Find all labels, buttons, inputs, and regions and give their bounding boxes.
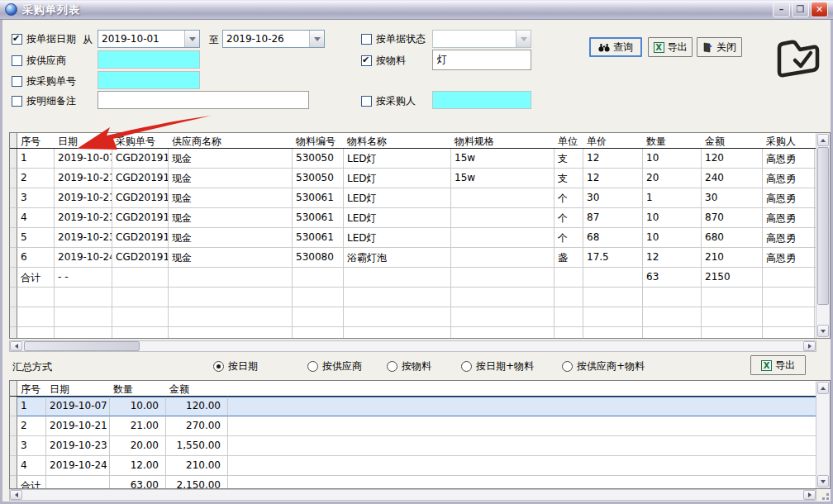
table-row[interactable]: 22019-10-21CGD201910现金530050LED灯15w支1220… bbox=[10, 169, 816, 188]
table-row[interactable]: 合计- -632150 bbox=[10, 268, 816, 288]
material-checkbox[interactable] bbox=[361, 55, 372, 66]
main-vertical-scrollbar[interactable] bbox=[816, 133, 830, 338]
purchaser-input[interactable] bbox=[432, 91, 531, 109]
column-header[interactable]: 金额 bbox=[702, 133, 763, 148]
export-button-bottom[interactable]: X 导出 bbox=[750, 355, 806, 375]
row-header[interactable] bbox=[10, 476, 17, 488]
column-header[interactable]: 单价 bbox=[583, 133, 643, 148]
scroll-left-button[interactable] bbox=[10, 490, 22, 500]
radio-button[interactable] bbox=[307, 361, 318, 372]
filter-by-purchaser[interactable]: 按采购人 bbox=[361, 94, 416, 107]
row-header[interactable] bbox=[10, 208, 17, 228]
column-header[interactable]: 单位 bbox=[555, 133, 583, 148]
column-header[interactable]: 采购人 bbox=[763, 133, 815, 148]
po-number-input[interactable] bbox=[98, 71, 200, 89]
detail-note-input[interactable] bbox=[98, 91, 309, 109]
status-checkbox[interactable] bbox=[361, 34, 372, 45]
filter-by-status[interactable]: 按单据状态 bbox=[361, 32, 426, 45]
scroll-left-button[interactable] bbox=[10, 341, 22, 351]
summary-mode-option[interactable]: 按供应商 bbox=[307, 359, 362, 373]
column-header[interactable]: 数量 bbox=[643, 133, 702, 148]
row-header[interactable] bbox=[10, 436, 17, 456]
dropdown-button[interactable] bbox=[309, 31, 324, 47]
table-row[interactable]: 52019-10-23CGD201910现金530061LED灯个6810680… bbox=[10, 228, 816, 248]
row-header[interactable] bbox=[10, 169, 17, 188]
row-header[interactable] bbox=[10, 133, 17, 148]
dropdown-button[interactable] bbox=[184, 31, 199, 47]
scroll-up-button[interactable] bbox=[817, 382, 829, 394]
close-button[interactable]: ✕ bbox=[811, 2, 828, 17]
scrollbar-thumb[interactable] bbox=[24, 341, 140, 351]
summary-mode-option[interactable]: 按供应商+物料 bbox=[562, 359, 645, 373]
close-form-button[interactable]: 关闭 bbox=[697, 37, 742, 57]
purchaser-checkbox[interactable] bbox=[361, 96, 372, 107]
filter-by-supplier[interactable]: 按供应商 bbox=[12, 54, 66, 67]
table-row[interactable]: 62019-10-24CGD201910现金530080浴霸灯泡盏17.5122… bbox=[10, 248, 816, 268]
main-horizontal-scrollbar[interactable] bbox=[9, 340, 816, 352]
table-row[interactable]: 合计63.002,150.00 bbox=[10, 476, 816, 488]
date-checkbox[interactable] bbox=[12, 34, 22, 45]
row-header[interactable] bbox=[10, 188, 17, 208]
radio-button[interactable] bbox=[562, 361, 573, 372]
row-header[interactable] bbox=[10, 327, 17, 338]
po-checkbox[interactable] bbox=[12, 76, 22, 87]
scroll-right-button[interactable] bbox=[803, 341, 816, 351]
table-row[interactable]: 32019-10-2320.001,550.00 bbox=[10, 436, 816, 456]
filter-by-note[interactable]: 按明细备注 bbox=[12, 94, 76, 107]
note-checkbox[interactable] bbox=[12, 96, 22, 107]
column-header[interactable]: 金额 bbox=[166, 381, 228, 396]
scrollbar-thumb[interactable] bbox=[817, 147, 829, 305]
table-row[interactable]: 42019-10-23CGD201910现金530061LED灯个8710870… bbox=[10, 208, 816, 228]
column-header[interactable]: 序号 bbox=[17, 133, 55, 148]
row-header[interactable] bbox=[10, 307, 17, 327]
table-row[interactable] bbox=[10, 327, 816, 338]
export-button-top[interactable]: X 导出 bbox=[648, 37, 693, 57]
maximize-button[interactable]: ❒ bbox=[792, 2, 809, 17]
table-row[interactable]: 22019-10-2121.00270.00 bbox=[10, 416, 816, 436]
column-header[interactable]: 物料编号 bbox=[293, 133, 344, 148]
row-header[interactable] bbox=[10, 268, 17, 288]
row-header[interactable] bbox=[10, 397, 17, 416]
summary-vertical-scrollbar[interactable] bbox=[816, 381, 830, 488]
column-header[interactable]: 物料名称 bbox=[344, 133, 451, 148]
filter-by-po[interactable]: 按采购单号 bbox=[12, 74, 76, 88]
date-to-combo[interactable]: 2019-10-26 bbox=[222, 30, 325, 48]
filter-by-date[interactable]: 按单据日期 bbox=[12, 32, 76, 45]
supplier-input[interactable] bbox=[98, 50, 200, 69]
summary-mode-option[interactable]: 按物料 bbox=[387, 359, 431, 373]
row-header[interactable] bbox=[10, 228, 17, 248]
status-combo[interactable] bbox=[432, 30, 531, 48]
table-row[interactable] bbox=[10, 288, 816, 307]
column-header[interactable]: 物料规格 bbox=[451, 133, 555, 148]
date-from-combo[interactable]: 2019-10-01 bbox=[98, 30, 200, 48]
folder-check-icon[interactable] bbox=[771, 35, 822, 81]
radio-button[interactable] bbox=[387, 361, 397, 372]
radio-button[interactable] bbox=[461, 361, 472, 372]
row-header[interactable] bbox=[10, 149, 17, 169]
radio-button[interactable] bbox=[213, 361, 224, 372]
summary-mode-option[interactable]: 按日期 bbox=[213, 359, 258, 373]
resize-grip[interactable] bbox=[818, 489, 831, 502]
table-row[interactable]: 12019-10-0710.00120.00 bbox=[10, 397, 816, 416]
summary-horizontal-scrollbar[interactable] bbox=[9, 489, 816, 501]
scroll-down-button[interactable] bbox=[817, 325, 829, 337]
row-header[interactable] bbox=[10, 456, 17, 476]
row-header[interactable] bbox=[10, 248, 17, 268]
table-row[interactable] bbox=[10, 307, 816, 327]
column-header[interactable]: 数量 bbox=[110, 381, 166, 396]
filter-by-material[interactable]: 按物料 bbox=[361, 54, 406, 67]
table-row[interactable]: 42019-10-2412.00210.00 bbox=[10, 456, 816, 476]
column-header[interactable]: 序号 bbox=[17, 381, 46, 396]
row-header[interactable] bbox=[10, 288, 17, 307]
scroll-right-button[interactable] bbox=[803, 490, 816, 500]
material-input[interactable] bbox=[432, 50, 531, 70]
column-header[interactable]: 日期 bbox=[46, 381, 110, 396]
row-header[interactable] bbox=[10, 381, 17, 396]
query-button[interactable]: 查询 bbox=[589, 37, 642, 57]
scroll-down-button[interactable] bbox=[817, 475, 829, 487]
supplier-checkbox[interactable] bbox=[12, 55, 22, 66]
scroll-up-button[interactable] bbox=[817, 134, 829, 146]
table-row[interactable]: 32019-10-21CGD201910现金530061LED灯个30130高恩… bbox=[10, 188, 816, 208]
minimize-button[interactable]: – bbox=[773, 2, 790, 17]
summary-mode-option[interactable]: 按日期+物料 bbox=[461, 359, 534, 373]
